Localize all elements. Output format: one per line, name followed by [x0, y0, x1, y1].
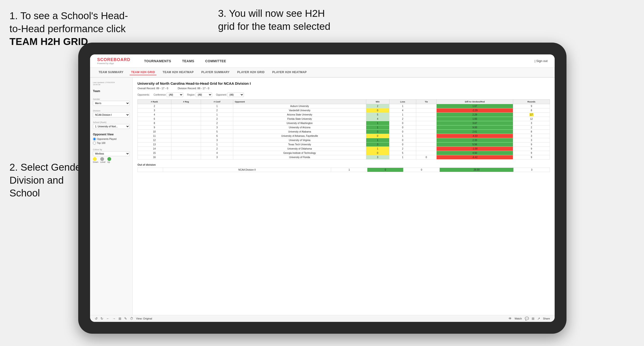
annotation-3: 3. You will now see H2H grid for the tea…: [218, 7, 365, 33]
opponent-filter-select[interactable]: (All): [227, 93, 244, 97]
col-loss: Loss: [389, 100, 416, 104]
col-reg: # Reg: [171, 100, 201, 104]
region-filter-label: Region: [187, 93, 194, 96]
table-row: 6 2 Florida State University 4 2 1.83 12: [138, 117, 550, 121]
col-conf: # Conf: [201, 100, 233, 104]
colour-by-label: Colour by: [93, 148, 130, 151]
division-record: Division Record: 88 - 17 - 0: [178, 87, 209, 90]
school-select[interactable]: 1. University of Nort...: [93, 124, 130, 129]
out-div-name: NCAA Division II: [163, 168, 331, 172]
filter-opponent-group: Opponent (All): [216, 93, 244, 97]
table-row: 16 3 University of Florida 3 1 0 -6.42 9: [138, 155, 550, 160]
sidebar: Last Updated: 27/03/2024 16:55:38 Team G…: [90, 78, 133, 315]
sign-out-button[interactable]: | Sign out: [534, 59, 548, 63]
comment-button[interactable]: 💬: [525, 317, 529, 321]
tablet-frame: SCOREBOARD Powered by clippi TOURNAMENTS…: [78, 43, 566, 334]
nav-teams[interactable]: TEAMS: [180, 58, 196, 64]
table-row: 10 5 University of Alabama 3 0 2.61 8: [138, 130, 550, 134]
tab-team-summary[interactable]: TEAM SUMMARY: [97, 70, 125, 75]
table-row: 14 2 University of Oklahoma 1 2 -1.00 9: [138, 147, 550, 151]
table-row: 8 2 University of Washington 1 0 3.67 3: [138, 121, 550, 125]
col-win: Win: [366, 100, 389, 104]
forward-button[interactable]: →: [112, 317, 116, 321]
overall-record: Overall Record: 89 - 17 - 0: [138, 87, 168, 90]
logo-area: SCOREBOARD Powered by clippi: [97, 57, 130, 65]
clock-button[interactable]: ⏱: [130, 317, 133, 321]
conference-filter-select[interactable]: (All): [167, 93, 183, 97]
grid-title: University of North Carolina Head-to-Hea…: [138, 81, 550, 85]
out-div-diff: 26.00: [440, 168, 514, 172]
record-row: Overall Record: 89 - 17 - 0 Division Rec…: [138, 87, 550, 90]
col-rank: # Rank: [138, 100, 171, 104]
radio-opponents-played[interactable]: Opponents Played: [93, 138, 130, 141]
ann1-line2: to-Head performance click: [10, 23, 126, 34]
redo-button[interactable]: ↻: [100, 317, 103, 321]
tab-player-h2h-heatmap[interactable]: PLAYER H2H HEATMAP: [271, 70, 308, 75]
share-button[interactable]: ↗: [537, 317, 540, 321]
table-row: 11 6 University of Arkansas, Fayettevill…: [138, 134, 550, 138]
edit-button[interactable]: ✎: [124, 317, 127, 321]
copy-button[interactable]: ⊞: [118, 317, 121, 321]
colour-level-label: Level: [100, 161, 106, 163]
gender-label: Gender: [93, 98, 130, 100]
colour-down-dot: [93, 157, 97, 161]
grid-area: University of North Carolina Head-to-Hea…: [133, 78, 555, 315]
timestamp-sub: 16:55:38: [93, 84, 130, 86]
colour-up-dot: [107, 157, 111, 161]
tablet-screen: SCOREBOARD Powered by clippi TOURNAMENTS…: [90, 54, 555, 322]
ann2-line3: School: [10, 187, 40, 198]
watch-label: Watch: [514, 317, 522, 320]
tab-player-h2h-grid[interactable]: PLAYER H2H GRID: [236, 70, 266, 75]
ann1-line1: 1. To see a School's Head-: [10, 10, 128, 21]
tab-team-h2h-grid[interactable]: TEAM H2H GRID: [130, 70, 156, 75]
filter-row: Opponents: Conference (All) Region (All): [138, 93, 550, 97]
out-div-win: 1: [331, 168, 368, 172]
radio-top100[interactable]: Top 100: [93, 142, 130, 145]
filter-region-group: Region (All): [187, 93, 212, 97]
table-row: 2 1 Auburn University 2 1 1.67 9: [138, 104, 550, 108]
table-row: 12 3 University of Virginia 1 0 2.33 3: [138, 138, 550, 143]
logo: SCOREBOARD Powered by clippi: [97, 57, 130, 65]
region-filter-select[interactable]: (All): [196, 93, 212, 97]
filter-conference: Opponents:: [138, 93, 150, 96]
school-label: School (Rank): [93, 121, 130, 124]
tab-team-h2h-heatmap[interactable]: TEAM H2H HEATMAP: [161, 70, 195, 75]
opponent-filter-label: Opponent: [216, 93, 226, 96]
team-section-title: Team: [93, 89, 130, 93]
gender-select[interactable]: Men's: [93, 101, 130, 106]
ann1-bold: TEAM H2H GRID: [10, 36, 88, 47]
table-row: 9 3 University of Arizona 1 0 9.00 2: [138, 125, 550, 130]
watch-button[interactable]: 👁: [508, 317, 512, 321]
col-opponent: Opponent: [233, 100, 366, 104]
col-diff: Diff Av Strokes/Rnd: [436, 100, 513, 104]
colour-level-dot: [100, 157, 104, 161]
table-row: 3 2 Vanderbilt University 0 4 -2.29 8: [138, 108, 550, 113]
nav-bar: SCOREBOARD Powered by clippi TOURNAMENTS…: [90, 54, 555, 68]
colour-by-select[interactable]: Win/loss: [93, 151, 130, 156]
back-button[interactable]: ←: [106, 317, 110, 321]
filter-conference-group: Conference (All): [154, 93, 184, 97]
table-header-row: # Rank # Reg # Conf Opponent Win Loss Ti…: [138, 100, 550, 104]
division-select[interactable]: NCAA Division I: [93, 112, 130, 117]
out-div-label: Out of division: [138, 163, 550, 166]
opponent-view-label: Opponent View: [93, 133, 130, 136]
colour-legend: Down Level Up: [93, 157, 130, 163]
out-of-division-table: NCAA Division II 1 0 0 26.00 3: [138, 168, 550, 172]
nav-tournaments[interactable]: TOURNAMENTS: [142, 58, 173, 64]
colour-down-label: Down: [93, 161, 98, 163]
bottom-toolbar: ↺ ↻ ← → ⊞ ✎ ⏱ View: Original 👁 Watch 💬 ⊞…: [90, 315, 555, 322]
ann3-line2: grid for the team selected: [218, 21, 330, 32]
undo-button[interactable]: ↺: [95, 317, 98, 321]
nav-committee[interactable]: COMMITTEE: [203, 58, 228, 64]
opponents-label: Opponents:: [138, 93, 150, 96]
ann2-line1: 2. Select Gender,: [10, 162, 86, 173]
timestamp: Last Updated: 27/03/2024: [93, 81, 130, 84]
ann3-line1: 3. You will now see H2H: [218, 8, 325, 19]
out-div-loss: 0: [367, 168, 404, 172]
conference-filter-label: Conference: [154, 93, 166, 96]
sub-nav: TEAM SUMMARY TEAM H2H GRID TEAM H2H HEAT…: [90, 68, 555, 78]
col-rounds: Rounds: [513, 100, 550, 104]
out-div-row: NCAA Division II 1 0 0 26.00 3: [138, 168, 550, 172]
grid-button[interactable]: ⊞: [532, 317, 534, 321]
tab-player-summary[interactable]: PLAYER SUMMARY: [200, 70, 231, 75]
